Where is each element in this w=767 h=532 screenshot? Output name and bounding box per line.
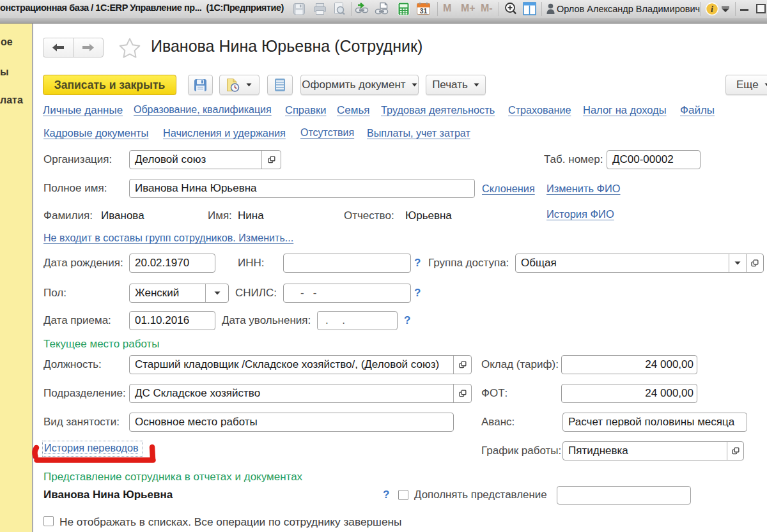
svg-text:i: i bbox=[711, 4, 713, 14]
svg-text:31: 31 bbox=[420, 7, 428, 15]
